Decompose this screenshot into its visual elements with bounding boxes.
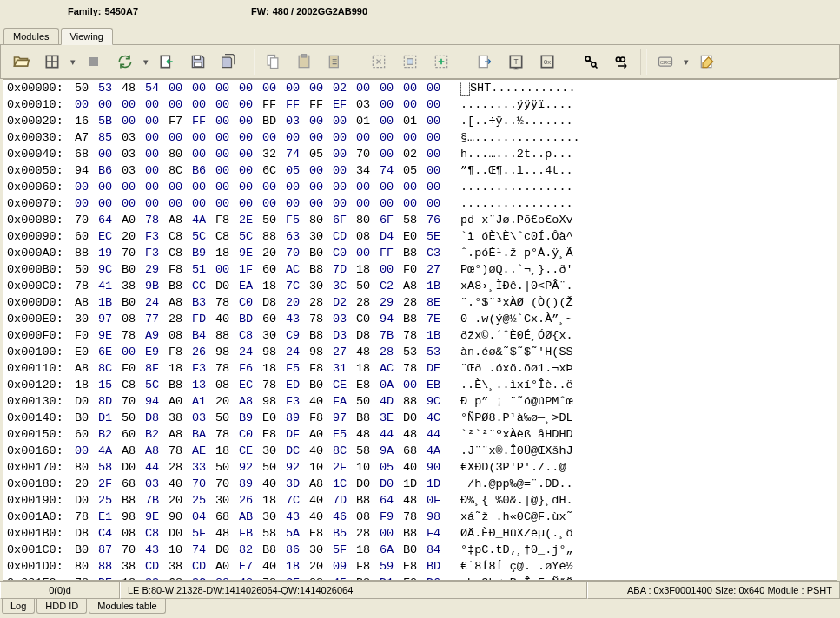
hex-byte[interactable]: 85	[98, 129, 122, 146]
hex-byte[interactable]: F8	[215, 212, 239, 228]
hex-byte[interactable]: 00	[427, 162, 450, 179]
hex-byte[interactable]: A8	[309, 476, 333, 492]
hex-byte[interactable]: BD	[262, 113, 286, 129]
hex-byte[interactable]: 8C	[98, 360, 122, 377]
hex-byte[interactable]: 28	[309, 294, 333, 311]
hex-byte[interactable]: AC	[286, 261, 309, 278]
hex-byte[interactable]: 82	[239, 542, 262, 558]
hex-row[interactable]: 0x000E0:3097087728FD40BD60437803C094B87E…	[3, 311, 837, 327]
hex-byte[interactable]: 00	[215, 195, 239, 212]
hex-byte[interactable]: B8	[356, 575, 380, 581]
hex-byte[interactable]: 26	[192, 344, 215, 360]
hex-byte[interactable]: 00	[215, 575, 239, 581]
hex-byte[interactable]: E8	[262, 426, 286, 443]
hex-byte[interactable]: 00	[75, 195, 98, 212]
hex-byte[interactable]: 00	[145, 113, 169, 129]
hex-byte[interactable]: 03	[356, 96, 380, 113]
hex-byte[interactable]: 2F	[333, 459, 356, 476]
hex-byte[interactable]: 01	[356, 113, 380, 129]
hex-byte[interactable]: A8	[239, 393, 262, 410]
tab-modules[interactable]: Modules	[3, 28, 59, 44]
hex-byte[interactable]: FA	[333, 393, 356, 410]
hex-byte[interactable]: 78	[262, 377, 286, 393]
hex-byte[interactable]: 78	[215, 426, 239, 443]
hex-byte[interactable]: AE	[192, 443, 215, 459]
hex-byte[interactable]: 9C	[98, 261, 122, 278]
hex-byte[interactable]: 01	[403, 113, 427, 129]
hex-byte[interactable]: 78	[75, 278, 98, 294]
hex-byte[interactable]: 18	[262, 492, 286, 509]
hex-byte[interactable]: 1B	[98, 294, 122, 311]
hex-byte[interactable]: 98	[262, 393, 286, 410]
hex-byte[interactable]: 38	[122, 278, 145, 294]
hex-byte[interactable]: 4A	[427, 443, 450, 459]
hex-byte[interactable]: CD	[145, 558, 169, 575]
hex-byte[interactable]: 00	[192, 80, 215, 96]
hex-byte[interactable]: 97	[333, 410, 356, 426]
hex-byte[interactable]: 50	[356, 278, 380, 294]
hex-byte[interactable]: 48	[122, 80, 145, 96]
hex-byte[interactable]: 08	[122, 525, 145, 542]
cut-region-icon[interactable]	[364, 48, 394, 76]
hex-byte[interactable]: 3E	[380, 410, 403, 426]
hex-byte[interactable]: F9	[380, 509, 403, 525]
hex-byte[interactable]: 50	[215, 410, 239, 426]
hex-byte[interactable]: 8E	[427, 294, 450, 311]
hex-byte[interactable]: EA	[239, 278, 262, 294]
hex-byte[interactable]: DE	[427, 360, 450, 377]
hex-byte[interactable]: E0	[403, 228, 427, 245]
hex-byte[interactable]: 38	[169, 410, 192, 426]
checksum-icon[interactable]: CRC	[651, 48, 680, 76]
hex-byte[interactable]: 00	[215, 113, 239, 129]
hex-byte[interactable]: 18	[286, 558, 309, 575]
hex-byte[interactable]: D1	[380, 575, 403, 581]
hex-byte[interactable]: 00	[192, 195, 215, 212]
hex-row[interactable]: 0x00180:202F680340707089403DA81CD0D01D1D…	[3, 476, 837, 492]
hex-byte[interactable]: D0	[169, 525, 192, 542]
hex-byte[interactable]: F3	[145, 228, 169, 245]
hex-byte[interactable]: BD	[427, 558, 450, 575]
hex-byte[interactable]: F0	[75, 327, 98, 344]
hex-byte[interactable]: 30	[262, 443, 286, 459]
hex-byte[interactable]: 88	[98, 558, 122, 575]
hex-byte[interactable]: E0	[262, 410, 286, 426]
hex-byte[interactable]: BA	[192, 426, 215, 443]
hex-byte[interactable]: CE	[239, 443, 262, 459]
hex-byte[interactable]: A8	[75, 294, 98, 311]
hex-byte[interactable]: 00	[380, 195, 403, 212]
hex-byte[interactable]: 00	[169, 179, 192, 195]
hex-byte[interactable]: 27	[427, 261, 450, 278]
select-region-icon[interactable]	[395, 48, 425, 76]
hex-byte[interactable]: C8	[239, 327, 262, 344]
hex-byte[interactable]: FF	[286, 96, 309, 113]
hex-byte[interactable]: 40	[169, 476, 192, 492]
hex-byte[interactable]: 1B	[427, 327, 450, 344]
hex-byte[interactable]: B0	[309, 377, 333, 393]
hex-byte[interactable]: 30	[309, 278, 333, 294]
hex-byte[interactable]: 00	[75, 96, 98, 113]
hex-byte[interactable]: 18	[262, 278, 286, 294]
hex-byte[interactable]: A8	[169, 426, 192, 443]
hex-byte[interactable]: E9	[145, 344, 169, 360]
hex-byte[interactable]: 00	[145, 146, 169, 162]
hex-byte[interactable]: 00	[145, 129, 169, 146]
hex-byte[interactable]: E5	[333, 426, 356, 443]
hex-byte[interactable]: 00	[427, 146, 450, 162]
hex-byte[interactable]: 30	[309, 542, 333, 558]
hex-byte[interactable]: 58	[356, 443, 380, 459]
hex-byte[interactable]: 09	[333, 558, 356, 575]
hex-byte[interactable]: 44	[145, 459, 169, 476]
hex-byte[interactable]: 40	[309, 393, 333, 410]
hex-byte[interactable]: 68	[169, 575, 192, 581]
hex-byte[interactable]: 58	[403, 212, 427, 228]
hex-row[interactable]: 0x00110:A88CF08F18F378F618F5F83118AC78DE…	[3, 360, 837, 377]
hex-byte[interactable]: 00	[403, 80, 427, 96]
hex-byte[interactable]: 28	[356, 294, 380, 311]
hex-byte[interactable]: DC	[286, 443, 309, 459]
hex-byte[interactable]: 08	[309, 575, 333, 581]
hex-byte[interactable]: 08	[356, 228, 380, 245]
hex-byte[interactable]: 18	[356, 542, 380, 558]
hex-byte[interactable]: AB	[239, 509, 262, 525]
hex-byte[interactable]: 00	[380, 113, 403, 129]
hex-byte[interactable]: B8	[122, 492, 145, 509]
